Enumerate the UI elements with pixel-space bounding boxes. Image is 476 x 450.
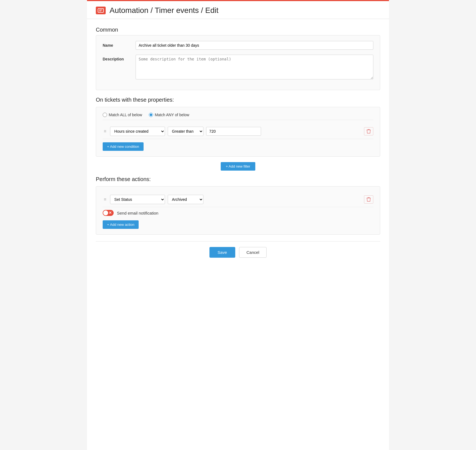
condition-operator-select[interactable]: Greater than Less than Equal to [168, 127, 203, 136]
top-bar: Automation / Timer events / Edit [87, 0, 389, 19]
name-input[interactable] [136, 41, 373, 50]
page-container: Automation / Timer events / Edit Common … [87, 0, 389, 450]
email-notification-label: Send email notification [117, 211, 158, 215]
common-card: Name Description [96, 35, 380, 90]
action-type-select[interactable]: Set Status Set Priority Send Email [110, 195, 165, 204]
toggle-row: ✕ Send email notification [103, 207, 373, 217]
description-input[interactable] [136, 55, 373, 79]
svg-rect-2 [99, 11, 101, 11]
action-drag-handle-icon[interactable]: ≡ [103, 197, 107, 202]
actions-card: ≡ Set Status Set Priority Send Email Arc… [96, 186, 380, 235]
name-label: Name [103, 41, 136, 48]
match-all-label[interactable]: Match ALL of below [103, 113, 142, 117]
properties-heading: On tickets with these properties: [96, 97, 380, 103]
save-button[interactable]: Save [209, 247, 235, 258]
svg-rect-1 [99, 10, 102, 10]
drag-handle-icon[interactable]: ≡ [103, 129, 107, 134]
page-title: Automation / Timer events / Edit [110, 6, 219, 15]
automation-icon [96, 7, 106, 14]
svg-rect-0 [98, 9, 103, 12]
common-heading: Common [96, 27, 380, 33]
action-row: ≡ Set Status Set Priority Send Email Arc… [103, 192, 373, 207]
delete-condition-button[interactable] [364, 127, 373, 135]
description-row: Description [103, 55, 373, 79]
footer-buttons: Save Cancel [96, 241, 380, 258]
add-filter-wrapper: + Add new filter [96, 162, 380, 171]
condition-row: ≡ Hours since created Hours since update… [103, 124, 373, 139]
email-notification-toggle[interactable]: ✕ [103, 210, 114, 216]
match-all-radio[interactable] [103, 113, 107, 117]
match-radio-row: Match ALL of below Match ANY of below [103, 113, 373, 120]
action-value-select[interactable]: Archived Open Closed Pending [168, 195, 203, 204]
condition-value-input[interactable] [206, 127, 261, 136]
description-label: Description [103, 55, 136, 61]
delete-action-button[interactable] [364, 195, 373, 204]
add-condition-button[interactable]: + Add new condition [103, 142, 144, 151]
add-filter-button[interactable]: + Add new filter [221, 162, 255, 171]
add-action-button[interactable]: + Add new action [103, 220, 139, 229]
actions-heading: Perform these actions: [96, 176, 380, 182]
match-any-radio[interactable] [149, 113, 153, 117]
condition-field-select[interactable]: Hours since created Hours since updated … [110, 127, 165, 136]
properties-card: Match ALL of below Match ANY of below ≡ … [96, 107, 380, 157]
content-area: Common Name Description On tickets with … [87, 19, 389, 269]
cancel-button[interactable]: Cancel [239, 247, 267, 258]
match-any-label[interactable]: Match ANY of below [149, 113, 189, 117]
toggle-slider [103, 210, 114, 216]
name-row: Name [103, 41, 373, 50]
trash-icon [366, 129, 371, 134]
trash-icon-action [366, 197, 371, 202]
